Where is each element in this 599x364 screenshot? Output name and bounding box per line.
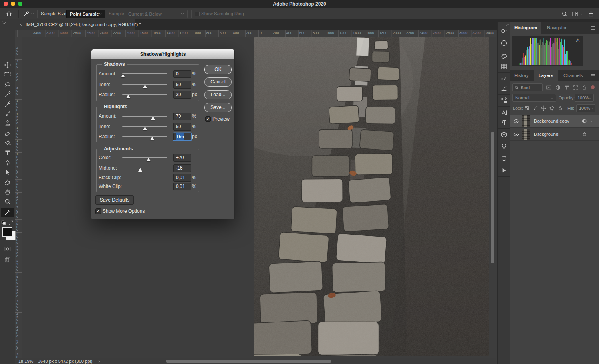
tab-histogram[interactable]: Histogram [510,22,541,34]
shadows-amount-slider[interactable] [122,73,167,74]
lock-transparency-icon[interactable] [524,105,530,111]
vertical-scrollbar[interactable] [491,132,494,263]
slider-thumb[interactable] [126,95,130,98]
layer-thumbnail[interactable] [522,129,530,140]
highlights-amount-slider[interactable] [122,116,167,117]
layer-thumbnail[interactable] [522,115,530,127]
brushes-panel-icon[interactable] [500,85,508,92]
tab-navigator[interactable]: Navigator [543,22,571,34]
filter-adjustment-layers-icon[interactable] [555,85,561,91]
share-icon[interactable] [588,11,594,17]
midtone-input[interactable]: -16 [173,164,191,172]
highlights-amount-input[interactable]: 70 [173,113,191,120]
layer-name[interactable]: Background copy [534,115,569,127]
panel-menu-icon[interactable] [590,73,596,79]
slider-thumb[interactable] [138,168,142,172]
eraser-tool-icon[interactable] [4,130,11,137]
swatches-panel-icon[interactable] [500,63,508,70]
color-input[interactable]: +20 [173,154,191,162]
load-button[interactable]: Load... [204,90,232,99]
lock-image-icon[interactable] [532,105,538,111]
shadows-radius-slider[interactable] [122,94,167,95]
tab-channels[interactable]: Channels [559,70,587,81]
horizontal-scrollbar[interactable] [166,360,331,363]
zoom-tool-icon[interactable] [4,198,11,205]
filter-pixel-layers-icon[interactable] [546,85,552,91]
character-panel-icon[interactable] [500,109,508,116]
info-panel-icon[interactable] [500,40,508,47]
uncached-refresh-warning-icon[interactable]: ⚠ [575,38,580,44]
color-panel-icon[interactable] [500,53,508,60]
magic-wand-tool-icon[interactable] [4,91,11,98]
white-clip-input[interactable]: 0,01 [173,183,191,190]
highlights-radius-input[interactable]: 166 [173,133,191,140]
mini-swatches-icon[interactable] [1,220,6,226]
marquee-tool-icon[interactable] [4,71,11,78]
layer-name[interactable]: Background [534,128,558,140]
sample-size-select[interactable]: Point Sample [66,10,105,18]
double-chevron-icon[interactable] [2,20,6,25]
slider-thumb[interactable] [151,116,155,120]
foreground-color-swatch[interactable] [2,227,12,237]
chevron-down-icon[interactable] [589,119,593,123]
home-icon[interactable] [6,10,12,17]
paint-bucket-tool-icon[interactable] [4,140,11,147]
path-select-tool-icon[interactable] [4,169,11,176]
highlights-tone-slider[interactable] [122,126,167,127]
lock-artboard-icon[interactable] [549,105,555,111]
3d-panel-icon[interactable] [500,131,508,138]
save-button[interactable]: Save... [204,103,232,112]
slider-thumb[interactable] [143,127,147,130]
clone-stamp-tool-icon[interactable] [4,120,11,127]
workspace-icon[interactable] [572,11,578,17]
black-clip-input[interactable]: 0,01 [173,174,191,182]
zoom-level-field[interactable]: 18,19% [18,358,33,364]
move-tool-icon[interactable] [4,61,11,69]
eyedropper-tool-icon[interactable] [23,10,30,17]
filter-smart-objects-icon[interactable] [581,85,587,91]
brush-tool-icon[interactable] [4,110,11,117]
visibility-eye-icon[interactable] [513,131,519,137]
clone-source-panel-icon[interactable] [500,97,508,104]
color-sampler-tool-icon[interactable] [4,101,11,108]
layer-filtering-toggle[interactable] [591,85,595,89]
slider-thumb[interactable] [143,85,147,88]
quick-mask-icon[interactable] [4,245,11,253]
shadows-radius-input[interactable]: 30 [173,91,191,99]
shadows-tone-slider[interactable] [122,84,167,85]
chevron-down-icon[interactable] [580,12,584,16]
visibility-eye-icon[interactable] [513,118,519,124]
paragraph-panel-icon[interactable] [500,119,508,126]
layer-filter-select[interactable]: Kind [512,83,543,91]
midtone-slider[interactable] [122,168,167,168]
shadows-tone-input[interactable]: 50 [173,81,191,89]
panel-menu-icon[interactable] [590,25,596,31]
lasso-tool-icon[interactable] [4,81,11,88]
layer-row-background-copy[interactable]: Background copy [510,115,599,128]
document-tab[interactable]: IMG_3700.CR2 @ 18,2% (Background copy, R… [15,19,135,30]
save-defaults-button[interactable]: Save Defaults [95,195,134,205]
toolbar-expand[interactable] [0,19,16,30]
double-chevron-icon[interactable] [506,23,510,27]
tab-history[interactable]: History [510,70,533,81]
swap-colors-icon[interactable] [8,220,14,226]
show-more-options-checkbox[interactable]: ✓ [95,208,101,214]
chevron-down-icon[interactable] [30,12,35,16]
tab-layers[interactable]: Layers [534,70,558,81]
shadows-amount-input[interactable]: 0 [173,70,191,78]
search-icon[interactable] [561,11,568,17]
slider-thumb[interactable] [147,158,151,161]
brush-settings-panel-icon[interactable] [500,75,508,83]
ok-button[interactable]: OK [204,65,232,74]
canvas-image[interactable] [254,37,489,356]
screen-mode-icon[interactable] [4,256,11,263]
filter-shape-layers-icon[interactable] [573,85,579,91]
preview-checkbox[interactable]: ✓ [205,116,211,122]
color-slider[interactable] [122,157,167,158]
highlights-radius-slider[interactable] [122,136,167,137]
highlights-tone-input[interactable]: 50 [173,123,191,131]
custom-shape-tool-icon[interactable] [4,179,11,186]
history-panel-icon[interactable] [500,155,508,162]
actions-panel-icon[interactable] [500,167,508,174]
layer-row-background[interactable]: Background [510,128,599,141]
